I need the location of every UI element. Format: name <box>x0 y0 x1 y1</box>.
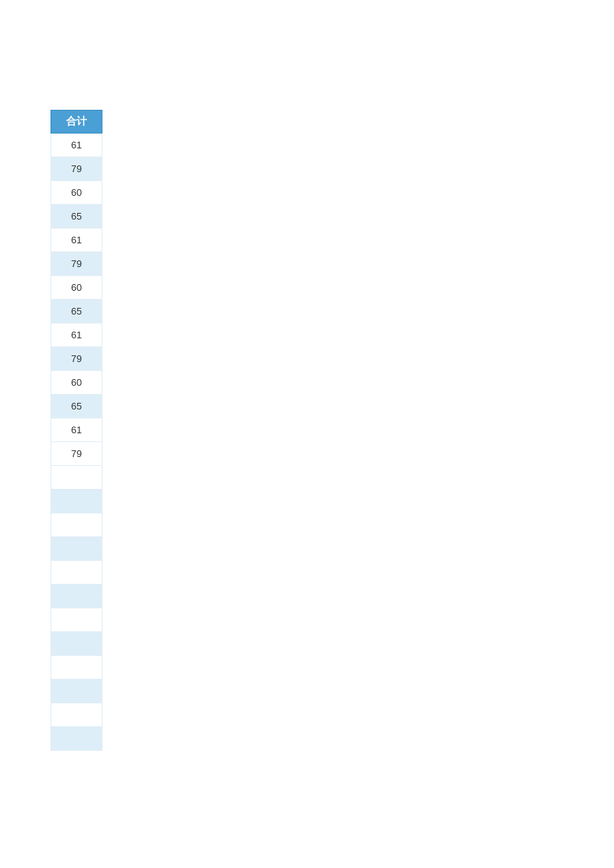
table-row: 79 <box>50 442 102 466</box>
table-row: 60 <box>50 276 102 300</box>
table-row <box>50 561 102 585</box>
table-row <box>50 585 102 608</box>
table-row <box>50 490 102 513</box>
table-row: 65 <box>50 205 102 228</box>
table-row: 61 <box>50 228 102 252</box>
table-header: 合计 <box>50 110 102 134</box>
table-row <box>50 656 102 680</box>
table-row <box>50 727 102 751</box>
table-row <box>50 513 102 537</box>
table-row <box>50 680 102 703</box>
table-row <box>50 608 102 632</box>
table-row: 60 <box>50 371 102 395</box>
table-row: 65 <box>50 300 102 323</box>
table-row: 79 <box>50 252 102 276</box>
table-row: 61 <box>50 418 102 442</box>
table-row: 60 <box>50 181 102 205</box>
summary-table: 合计 6179606561796065617960656179 <box>50 110 102 751</box>
table-row <box>50 703 102 727</box>
table-row: 79 <box>50 347 102 371</box>
table-row: 61 <box>50 134 102 157</box>
table-row: 61 <box>50 323 102 347</box>
table-row <box>50 537 102 561</box>
table-row <box>50 466 102 490</box>
table-row <box>50 632 102 656</box>
table-row: 79 <box>50 157 102 181</box>
table-row: 65 <box>50 395 102 418</box>
